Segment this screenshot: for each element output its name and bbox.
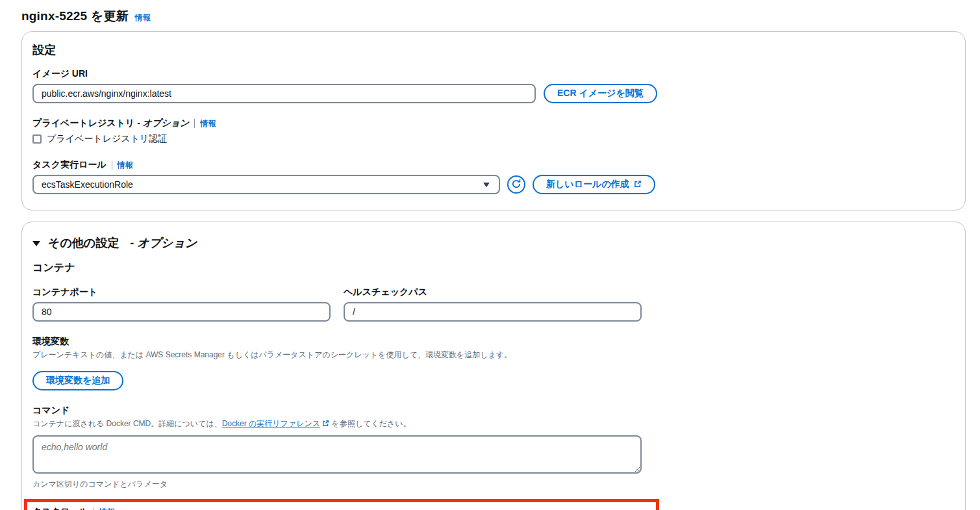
chevron-down-icon: [483, 183, 490, 187]
health-check-label: ヘルスチェックパス: [344, 287, 427, 298]
add-env-var-button[interactable]: 環境変数を追加: [32, 371, 123, 390]
container-section-heading: コンテナ: [32, 261, 952, 275]
external-link-icon: [634, 179, 642, 190]
task-exec-role-selected-value: ecsTaskExecutionRole: [42, 179, 133, 190]
command-description-suffix: を参照してください。: [332, 419, 411, 428]
other-settings-collapse-header[interactable]: その他の設定 - オプション: [32, 235, 952, 251]
private-registry-optional-suffix: - オプション: [134, 118, 189, 129]
container-port-field: コンテナポート: [32, 287, 331, 322]
task-role-label: タスクロール: [32, 506, 88, 510]
task-role-info-link[interactable]: 情報: [99, 507, 115, 510]
settings-heading: 設定: [32, 42, 952, 58]
settings-card: 設定 イメージ URI ECR イメージを閲覧 プライベートレジストリ - オプ…: [21, 31, 966, 210]
add-env-var-button-label: 環境変数を追加: [46, 375, 110, 387]
browse-ecr-button-label: ECR イメージを閲覧: [557, 88, 644, 99]
label-divider: [194, 119, 195, 128]
task-exec-role-info-link[interactable]: 情報: [118, 160, 133, 171]
refresh-roles-button[interactable]: [507, 175, 525, 194]
command-description-prefix: コンテナに渡される Docker CMD。詳細については、: [32, 419, 222, 428]
page: nginx-5225 を更新 情報 設定 イメージ URI ECR イメージを閲…: [0, 0, 980, 510]
container-port-label: コンテナポート: [32, 287, 97, 298]
external-link-icon: [322, 420, 331, 429]
env-vars-description: プレーンテキストの値、または AWS Secrets Manager もしくはパ…: [32, 349, 952, 361]
container-port-input[interactable]: [32, 302, 331, 322]
page-title: nginx-5225 を更新: [21, 8, 129, 25]
refresh-icon: [511, 179, 521, 191]
label-divider: [94, 507, 94, 510]
label-divider: [112, 160, 112, 170]
image-uri-input[interactable]: [32, 84, 536, 103]
command-textarea[interactable]: [32, 435, 642, 474]
env-vars-label: 環境変数: [32, 336, 69, 348]
browse-ecr-button[interactable]: ECR イメージを閲覧: [544, 84, 657, 103]
command-description: コンテナに渡される Docker CMD。詳細については、Docker の実行リ…: [32, 418, 952, 430]
task-exec-role-select[interactable]: ecsTaskExecutionRole: [32, 175, 500, 194]
other-settings-card: その他の設定 - オプション コンテナ コンテナポート ヘルスチェックパス 環境…: [21, 222, 966, 510]
docker-run-reference-link[interactable]: Docker の実行リファレンス: [222, 419, 320, 428]
private-registry-checkbox[interactable]: [32, 134, 42, 144]
create-role-button[interactable]: 新しいロールの作成: [533, 175, 655, 194]
task-exec-role-label: タスク実行ロール: [32, 159, 107, 171]
command-label: コマンド: [32, 405, 69, 416]
command-helper-text: カンマ区切りのコマンドとパラメータ: [32, 479, 952, 490]
page-header: nginx-5225 を更新 情報: [21, 8, 966, 25]
collapse-triangle-icon: [32, 241, 40, 246]
private-registry-info-link[interactable]: 情報: [200, 118, 216, 129]
other-settings-optional-suffix: - オプション: [127, 235, 197, 251]
health-check-input[interactable]: [344, 302, 642, 322]
health-check-field: ヘルスチェックパス: [344, 287, 642, 322]
private-registry-label: プライベートレジストリ: [32, 118, 134, 129]
image-uri-label: イメージ URI: [32, 68, 88, 80]
annotation-highlight-box: タスクロール 情報 コンテナで実行されているアプリケーションにアクセス許可を付与…: [24, 499, 659, 510]
private-registry-checkbox-label: プライベートレジストリ認証: [47, 133, 167, 145]
page-info-link[interactable]: 情報: [135, 12, 151, 23]
create-role-button-label: 新しいロールの作成: [546, 179, 629, 190]
other-settings-heading: その他の設定: [48, 235, 119, 251]
